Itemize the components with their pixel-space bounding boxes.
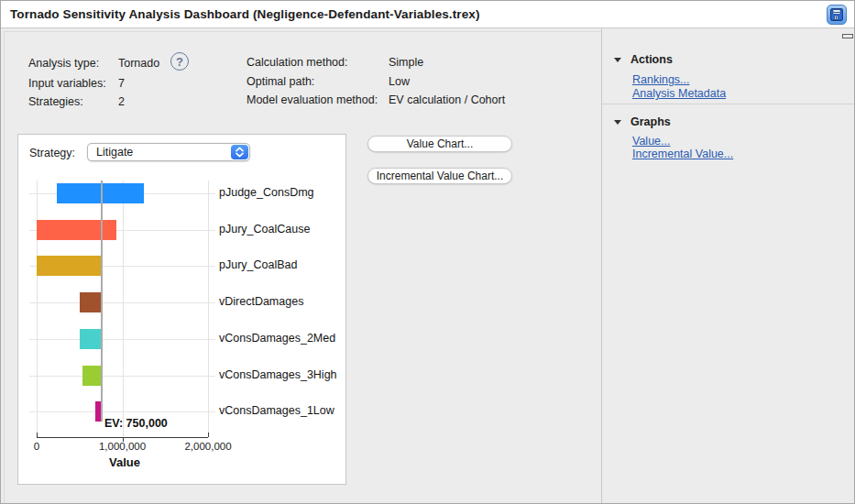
bar-label: vConsDamages_2Med bbox=[219, 332, 345, 345]
save-button[interactable] bbox=[827, 5, 847, 25]
model-evaluation-method-value: EV calculation / Cohort bbox=[389, 93, 505, 106]
tornado-chart-panel: Strategy: Litigate pJudge_ConsDmgpJury_C… bbox=[17, 134, 346, 485]
gridline bbox=[29, 376, 215, 377]
tornado-bar-pJury_CoalCause[interactable] bbox=[37, 220, 116, 240]
gridline bbox=[29, 339, 215, 340]
collapse-panel-icon[interactable] bbox=[842, 34, 853, 38]
ev-value-label: EV: 750,000 bbox=[104, 417, 168, 430]
axis-end-tick bbox=[37, 433, 38, 437]
sidebar-divider bbox=[602, 104, 855, 104]
input-variables-value: 7 bbox=[118, 77, 125, 90]
optimal-path-label: Optimal path: bbox=[247, 75, 314, 88]
link-incremental-value-graph[interactable]: Incremental Value... bbox=[632, 148, 733, 160]
model-evaluation-method-label: Model evaluation method: bbox=[247, 93, 378, 106]
input-variables-label: Input variables: bbox=[28, 77, 106, 90]
tornado-chart: pJudge_ConsDmgpJury_CoalCausepJury_CoalB… bbox=[18, 135, 347, 486]
ev-reference-line bbox=[101, 181, 103, 422]
bar-label: vConsDamages_3High bbox=[219, 368, 345, 381]
strategies-label: Strategies: bbox=[28, 95, 83, 108]
gridline bbox=[208, 181, 209, 437]
title-bar: Tornado Sensitivity Analysis Dashboard (… bbox=[1, 1, 854, 28]
app-window: Tornado Sensitivity Analysis Dashboard (… bbox=[0, 0, 855, 504]
value-chart-button[interactable]: Value Chart... bbox=[367, 136, 512, 152]
strategies-value: 2 bbox=[118, 95, 125, 108]
x-tick-label: 0 bbox=[0, 441, 78, 452]
analysis-type-label: Analysis type: bbox=[28, 57, 99, 70]
link-rankings[interactable]: Rankings... bbox=[632, 73, 690, 86]
triangle-down-icon bbox=[614, 58, 621, 62]
x-axis-title: Value bbox=[60, 455, 189, 469]
bar-label: pJury_CoalBad bbox=[219, 258, 345, 271]
question-mark-icon: ? bbox=[176, 55, 183, 69]
tornado-bar-pJury_CoalBad[interactable] bbox=[37, 256, 101, 276]
tornado-bar-vDirectDamages[interactable] bbox=[80, 292, 101, 312]
gridline bbox=[29, 302, 215, 303]
x-tick-label: 2,000,000 bbox=[167, 441, 249, 452]
sidebar-section-actions[interactable]: Actions bbox=[614, 53, 673, 66]
floppy-disk-icon bbox=[830, 8, 843, 21]
page-title: Tornado Sensitivity Analysis Dashboard (… bbox=[10, 7, 479, 21]
optimal-path-value: Low bbox=[389, 75, 410, 88]
tornado-bar-vConsDamages_2Med[interactable] bbox=[80, 329, 101, 349]
graphs-section-title: Graphs bbox=[630, 115, 671, 128]
bar-label: pJudge_ConsDmg bbox=[219, 186, 345, 199]
tornado-bar-vConsDamages_3High[interactable] bbox=[82, 366, 101, 386]
incremental-value-chart-button[interactable]: Incremental Value Chart... bbox=[367, 168, 512, 184]
gridline bbox=[123, 181, 124, 437]
link-analysis-metadata[interactable]: Analysis Metadata bbox=[632, 87, 726, 100]
calculation-method-label: Calculation method: bbox=[247, 56, 347, 69]
gridline bbox=[29, 411, 215, 412]
actions-section-title: Actions bbox=[630, 53, 673, 66]
link-value-graph[interactable]: Value... bbox=[632, 135, 670, 148]
axis-end-tick bbox=[208, 433, 209, 437]
bar-label: vDirectDamages bbox=[219, 295, 345, 308]
bar-label: pJury_CoalCause bbox=[219, 223, 345, 236]
analysis-type-value: Tornado bbox=[118, 57, 159, 70]
calculation-method-value: Simple bbox=[389, 56, 423, 69]
sidebar-section-graphs[interactable]: Graphs bbox=[614, 115, 671, 128]
x-tick-label: 1,000,000 bbox=[82, 441, 164, 452]
triangle-down-icon bbox=[614, 120, 621, 125]
sidebar: Actions Rankings... Analysis Metadata Gr… bbox=[601, 28, 855, 504]
bar-label: vConsDamages_1Low bbox=[219, 404, 345, 417]
tornado-bar-vConsDamages_1Low[interactable] bbox=[95, 401, 102, 422]
help-button[interactable]: ? bbox=[170, 52, 189, 71]
